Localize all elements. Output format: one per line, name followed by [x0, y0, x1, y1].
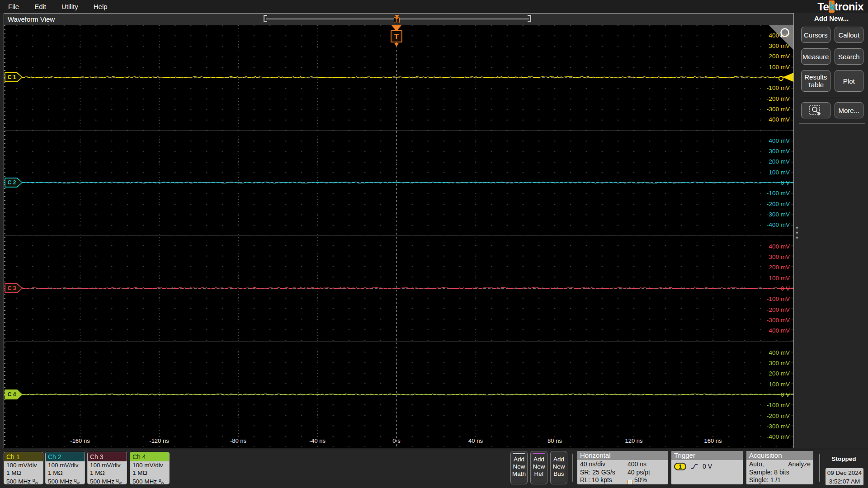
menu-file[interactable]: File	[0, 3, 27, 10]
acquisition-panel-header: Acquisition	[746, 451, 813, 460]
trigger-panel-body: 1 0 V	[671, 460, 743, 471]
channel-trace	[4, 131, 793, 235]
voltage-scale-label: 300 mV	[769, 360, 790, 366]
waveform-plot[interactable]: C 1 400 mV300 mV200 mV100 mV-100 mV-200 …	[4, 25, 793, 448]
add-search-button[interactable]: Search	[835, 48, 864, 65]
splitter-handle[interactable]: •••	[796, 226, 798, 241]
add-new-bus-button[interactable]: AddNewBus	[550, 451, 567, 484]
voltage-scale-label: -400 mV	[767, 221, 790, 228]
channel-1-badge[interactable]: Ch 1 100 mV/div 1 MΩ 500 MHz BW	[4, 452, 43, 484]
voltage-scale-label: 0 V	[781, 391, 790, 398]
time-axis-label: -120 ns	[149, 437, 169, 444]
channel-trace	[4, 235, 793, 342]
trigger-time-flag-tail-icon	[394, 43, 399, 47]
voltage-scale-label: 300 mV	[769, 148, 790, 155]
waveform-view: Waveform View T C 1 400 mV300 mV200 mV10…	[4, 13, 794, 448]
time-axis-label: 80 ns	[547, 437, 562, 444]
pan-bar-right-bracket	[528, 15, 531, 22]
voltage-scale-label: -200 mV	[767, 412, 790, 419]
voltage-scale-label: -300 mV	[767, 422, 790, 429]
channel-1-badge-body: 100 mV/div 1 MΩ 500 MHz BW	[4, 461, 43, 484]
voltage-scale-label: -200 mV	[767, 200, 790, 207]
add-cursors-button[interactable]: Cursors	[801, 27, 830, 43]
time-axis-label: -80 ns	[230, 437, 246, 444]
pan-bar-left-bracket	[264, 15, 267, 22]
trigger-position-mini-icon: T	[627, 480, 632, 484]
voltage-scale-label: 100 mV	[769, 169, 790, 175]
trigger-time-flag-icon[interactable]: T	[391, 30, 402, 42]
voltage-scale-label: 100 mV	[769, 274, 790, 281]
voltage-scale-label: -100 mV	[767, 190, 790, 197]
voltage-scale-label: 200 mV	[769, 264, 790, 271]
trigger-panel[interactable]: Trigger 1 0 V	[671, 451, 743, 484]
voltage-scale-label: 300 mV	[769, 253, 790, 260]
time-axis-label: 120 ns	[625, 437, 642, 444]
menu-help[interactable]: Help	[86, 3, 115, 10]
time-axis-label: 40 ns	[468, 437, 483, 444]
channel-4-badge[interactable]: Ch 4 100 mV/div 1 MΩ 500 MHz BW	[130, 452, 170, 484]
time-axis-label: 160 ns	[704, 437, 722, 444]
channel-4-badge-header: Ch 4	[130, 452, 169, 461]
time-axis-label: -160 ns	[70, 437, 90, 444]
voltage-scale-label: -400 mV	[767, 327, 790, 334]
channel-slice-c3: C 3 400 mV300 mV200 mV100 mV0 V-100 mV-2…	[4, 235, 793, 342]
channel-1-badge-header: Ch 1	[4, 452, 43, 461]
add-new-ref-button[interactable]: AddNewRef	[530, 451, 547, 484]
voltage-scale-label: 300 mV	[769, 42, 790, 49]
bottom-bar-divider	[819, 454, 820, 482]
voltage-scale-label: 100 mV	[769, 380, 790, 387]
menu-utility[interactable]: Utility	[54, 3, 86, 10]
voltage-scale-label: -300 mV	[767, 105, 790, 112]
channel-4-badge-body: 100 mV/div 1 MΩ 500 MHz BW	[130, 461, 169, 484]
add-plot-button[interactable]: Plot	[835, 70, 864, 92]
voltage-scale-label: -100 mV	[767, 402, 790, 408]
bus-accent-bar	[552, 453, 565, 454]
more-button[interactable]: More...	[835, 102, 864, 118]
channel-3-badge[interactable]: Ch 3 100 mV/div 1 MΩ 500 MHz BW	[87, 452, 127, 484]
voltage-scale-label: -100 mV	[767, 84, 790, 91]
sidebar-tools-grid: More...	[801, 102, 863, 118]
voltage-scale-label: 0 V	[781, 179, 790, 186]
waveform-view-header: Waveform View T	[4, 14, 793, 26]
zoom-select-button[interactable]	[801, 102, 830, 118]
menu-edit[interactable]: Edit	[27, 3, 54, 10]
channel-slice-c4: C 4 400 mV300 mV200 mV100 mV0 V-100 mV-2…	[4, 342, 793, 448]
voltage-scale-label: 200 mV	[769, 370, 790, 377]
trigger-position-flag-icon[interactable]: T	[394, 17, 400, 23]
sidebar-divider	[799, 123, 865, 124]
voltage-scale-label: 400 mV	[769, 349, 790, 356]
add-results-table-button[interactable]: Results Table	[801, 70, 830, 92]
acquisition-panel[interactable]: Acquisition Auto,Analyze Sample: 8 bits …	[746, 451, 813, 484]
voltage-scale-label: -300 mV	[767, 211, 790, 217]
math-accent-bar	[513, 453, 525, 454]
voltage-scale-label: -400 mV	[767, 116, 790, 123]
channel-3-badge-body: 100 mV/div 1 MΩ 500 MHz BW	[88, 461, 127, 484]
channel-slice-c2: C 2 400 mV300 mV200 mV100 mV0 V-100 mV-2…	[4, 131, 793, 235]
voltage-scale-label: 400 mV	[769, 137, 790, 144]
waveform-view-tab[interactable]: Waveform View	[8, 14, 55, 25]
horizontal-panel[interactable]: Horizontal 40 ns/div400 ns SR: 25 GS/s40…	[577, 451, 668, 484]
run-state-badge[interactable]: Stopped	[827, 453, 860, 465]
trigger-source-badge: 1	[674, 463, 686, 470]
voltage-scale-label: -200 mV	[767, 306, 790, 313]
channel-2-badge-body: 100 mV/div 1 MΩ 500 MHz BW	[46, 461, 85, 484]
tektronix-logo: Tektronix	[817, 0, 863, 13]
voltage-scale-label: 0 V	[781, 285, 790, 292]
trigger-panel-header: Trigger	[671, 451, 743, 460]
rising-edge-icon	[690, 463, 698, 470]
horizontal-pan-bar[interactable]: T	[264, 15, 531, 23]
sidebar-divider	[799, 97, 865, 97]
channel-trace	[4, 342, 793, 448]
add-callout-button[interactable]: Callout	[835, 27, 864, 43]
acquisition-panel-body: Auto,Analyze Sample: 8 bits Single: 1 /1	[746, 460, 813, 484]
voltage-scale-label: -300 mV	[767, 316, 790, 323]
time-axis-label: -40 ns	[309, 437, 326, 444]
zoom-select-icon	[808, 104, 823, 116]
bottom-bar-divider	[572, 454, 573, 482]
voltage-scale-label: 200 mV	[769, 158, 790, 165]
channel-2-badge[interactable]: Ch 2 100 mV/div 1 MΩ 500 MHz BW	[45, 452, 85, 484]
add-new-math-button[interactable]: AddNewMath	[510, 451, 528, 484]
add-measure-button[interactable]: Measure	[801, 48, 830, 65]
voltage-scale-label: 200 mV	[769, 53, 790, 60]
bottom-settings-bar: Ch 1 100 mV/div 1 MΩ 500 MHz BW Ch 2 100…	[0, 450, 868, 488]
